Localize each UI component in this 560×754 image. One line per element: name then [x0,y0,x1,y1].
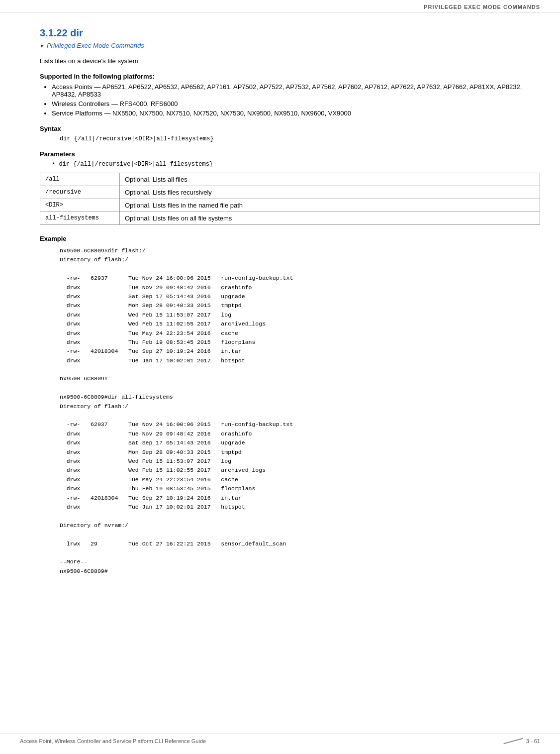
description-text: Lists files on a device's file system [40,57,540,65]
page-header: PRIVILEGED EXEC MODE COMMANDS [0,0,560,12]
footer-divider-icon [503,738,523,744]
footer-right: 3 - 61 [500,738,540,744]
platform-item-1: Access Points — AP6521, AP6522, AP6532, … [52,83,540,98]
param-desc-allfs: Optional. Lists files on all file system… [120,212,540,225]
syntax-code: dir {/all|/recursive|<DIR>|all-filesyste… [60,135,540,142]
table-row: <DIR> Optional. Lists files in the named… [40,199,540,212]
param-desc-all: Optional. Lists all files [120,173,540,186]
main-content: 3.1.22 dir ► Privileged Exec Mode Comman… [0,12,560,606]
table-row: /all Optional. Lists all files [40,173,540,186]
breadcrumb: ► Privileged Exec Mode Commands [40,42,540,49]
param-name-all: /all [40,173,120,186]
param-desc-dir: Optional. Lists files in the named file … [120,199,540,212]
platform-item-3: Service Platforms — NX5500, NX7500, NX75… [52,109,540,117]
param-code-item: • dir {/all|/recursive|<DIR>|all-filesys… [52,161,540,168]
example-code: nx9500-6C8809#dir flash:/ Directory of f… [60,246,540,576]
footer-page-number: 3 - 61 [526,738,540,744]
page-title: 3.1.22 dir [40,27,540,39]
platform-list: Access Points — AP6521, AP6522, AP6532, … [52,83,540,117]
param-name-allfs: all-filesystems [40,212,120,225]
table-row: /recursive Optional. Lists files recursi… [40,186,540,199]
param-code-text: dir {/all|/recursive|<DIR>|all-filesyste… [59,161,213,168]
param-name-recursive: /recursive [40,186,120,199]
params-table: /all Optional. Lists all files /recursiv… [40,173,540,225]
breadcrumb-arrow-icon: ► [40,43,45,48]
param-name-dir: <DIR> [40,199,120,212]
table-row: all-filesystems Optional. Lists files on… [40,212,540,225]
platform-item-2: Wireless Controllers — RFS4000, RFS6000 [52,100,540,108]
example-label: Example [40,235,540,242]
page-footer: Access Point, Wireless Controller and Se… [0,734,560,744]
bullet-icon: • [52,161,59,168]
syntax-label: Syntax [40,125,540,132]
header-title: PRIVILEGED EXEC MODE COMMANDS [424,4,540,10]
footer-left-text: Access Point, Wireless Controller and Se… [20,738,206,744]
parameters-label: Parameters [40,150,540,158]
param-desc-recursive: Optional. Lists files recursively [120,186,540,199]
supported-heading: Supported in the following platforms: [40,73,540,80]
breadcrumb-label: Privileged Exec Mode Commands [47,42,144,49]
